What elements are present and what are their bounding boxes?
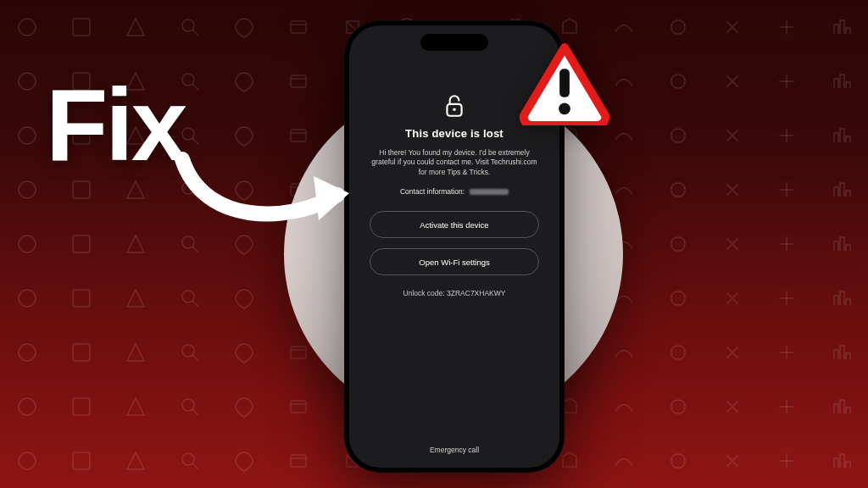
wifi-label: Open Wi-Fi settings [419, 258, 489, 267]
lost-message: Hi there! You found my device. I'd be ex… [366, 148, 542, 177]
svg-point-50 [182, 453, 194, 465]
contact-label: Contact information: [400, 187, 465, 196]
svg-point-0 [19, 19, 36, 36]
svg-rect-51 [291, 455, 306, 467]
svg-rect-23 [671, 183, 685, 197]
warning-icon [519, 42, 610, 125]
svg-point-57 [559, 103, 570, 115]
fix-heading: Fix [46, 66, 185, 183]
svg-point-55 [453, 108, 455, 111]
svg-rect-39 [291, 347, 306, 358]
svg-point-44 [182, 399, 194, 411]
svg-rect-53 [671, 454, 685, 468]
svg-point-2 [182, 19, 194, 31]
svg-rect-49 [73, 452, 90, 469]
open-wifi-settings-button[interactable]: Open Wi-Fi settings [370, 248, 539, 275]
svg-point-12 [19, 127, 36, 144]
svg-rect-1 [73, 19, 90, 36]
svg-point-48 [19, 452, 36, 469]
contact-redacted [470, 189, 509, 195]
svg-rect-5 [671, 20, 685, 34]
unlock-code: Unlock code: 3ZRAC7XHAKWY [403, 289, 506, 297]
phone-notch [420, 34, 488, 51]
svg-rect-35 [671, 291, 685, 305]
contact-info-row: Contact information: [400, 187, 509, 196]
svg-point-18 [19, 181, 36, 198]
svg-rect-29 [671, 237, 685, 251]
svg-rect-19 [73, 181, 90, 198]
activate-label: Activate this device [420, 220, 488, 230]
svg-point-38 [182, 345, 194, 357]
unlock-icon [443, 93, 465, 119]
svg-rect-47 [671, 400, 685, 413]
svg-rect-3 [291, 21, 306, 33]
svg-rect-11 [671, 75, 685, 88]
svg-point-24 [19, 236, 36, 252]
svg-point-30 [19, 290, 36, 307]
svg-rect-43 [73, 398, 90, 415]
svg-rect-25 [73, 236, 90, 252]
svg-point-32 [182, 291, 194, 302]
svg-rect-41 [671, 346, 685, 359]
svg-point-20 [182, 182, 194, 194]
svg-point-26 [182, 236, 194, 248]
svg-rect-15 [291, 130, 306, 141]
emergency-call-link[interactable]: Emergency call [349, 446, 559, 454]
svg-point-6 [19, 73, 36, 90]
svg-rect-9 [291, 75, 306, 87]
activate-device-button[interactable]: Activate this device [370, 211, 539, 238]
svg-rect-45 [291, 401, 306, 413]
svg-rect-17 [671, 129, 685, 142]
svg-point-42 [19, 398, 36, 415]
svg-point-36 [19, 344, 36, 361]
svg-rect-37 [73, 344, 90, 361]
svg-rect-31 [73, 290, 90, 307]
lost-title: This device is lost [405, 127, 504, 140]
svg-rect-56 [559, 69, 570, 97]
